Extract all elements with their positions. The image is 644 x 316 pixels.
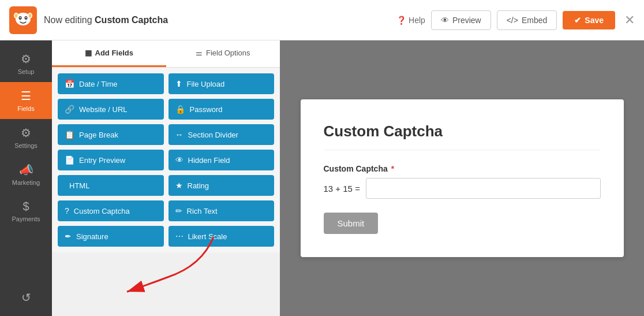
- sidebar-item-label: Setup: [18, 68, 35, 75]
- svg-point-5: [25, 17, 27, 18]
- captcha-equation: 13 + 15 =: [324, 184, 360, 194]
- embed-icon: </>: [507, 16, 518, 25]
- topbar-actions: ❓ Help 👁 Preview </> Embed ✔ Save ✕: [396, 10, 635, 30]
- field-btn-rating[interactable]: ★Rating: [169, 175, 275, 196]
- fields-tabs: ▦ Add Fields ⚌ Field Options: [52, 40, 280, 68]
- sidebar-item-label: Marketing: [12, 179, 40, 186]
- preview-icon: 👁: [441, 16, 449, 25]
- field-btn-file-upload[interactable]: ⬆File Upload: [169, 73, 275, 94]
- field-icon-signature: ✒: [65, 232, 72, 241]
- field-btn-website-url[interactable]: 🔗Website / URL: [58, 99, 164, 120]
- field-btn-rich-text[interactable]: ✏Rich Text: [169, 200, 275, 221]
- sidebar-item-label: Fields: [17, 105, 34, 112]
- form-preview-card: Custom Captcha Custom Captcha * 13 + 15 …: [301, 99, 624, 257]
- marketing-icon: 📣: [19, 163, 33, 177]
- captcha-field-label: Custom Captcha *: [324, 164, 601, 173]
- logo: [9, 6, 37, 34]
- field-btn-section-divider[interactable]: ↔Section Divider: [169, 124, 275, 145]
- field-icon-hidden-field: 👁: [175, 155, 184, 165]
- close-button[interactable]: ✕: [624, 13, 635, 28]
- sidebar: ⚙ Setup ☰ Fields ⚙ Settings 📣 Marketing …: [0, 40, 52, 316]
- field-icon-page-break: 📋: [65, 130, 74, 139]
- field-icon-website-url: 🔗: [65, 105, 74, 114]
- field-icon-section-divider: ↔: [175, 130, 184, 139]
- field-btn-password[interactable]: 🔒Password: [169, 99, 275, 120]
- payments-icon: $: [23, 200, 29, 213]
- field-btn-hidden-field[interactable]: 👁Hidden Field: [169, 150, 275, 170]
- sidebar-item-label: Payments: [12, 215, 40, 222]
- fields-icon: ☰: [21, 89, 31, 103]
- settings-icon: ⚙: [21, 126, 31, 140]
- sidebar-item-settings[interactable]: ⚙ Settings: [0, 119, 52, 156]
- main-layout: ⚙ Setup ☰ Fields ⚙ Settings 📣 Marketing …: [0, 40, 644, 316]
- field-icon-password: 🔒: [175, 105, 185, 114]
- undo-icon: ↺: [21, 291, 31, 304]
- help-button[interactable]: ❓ Help: [396, 16, 425, 25]
- add-fields-icon: ▦: [85, 49, 92, 57]
- field-btn-signature[interactable]: ✒Signature: [58, 226, 164, 247]
- preview-button[interactable]: 👁 Preview: [431, 10, 491, 30]
- field-icon-date-time: 📅: [65, 79, 74, 88]
- svg-point-4: [20, 17, 21, 18]
- field-btn-custom-captcha[interactable]: ?Custom Captcha: [58, 200, 164, 221]
- embed-button[interactable]: </> Embed: [497, 10, 557, 30]
- checkmark-icon: ✔: [574, 16, 581, 25]
- field-btn-html[interactable]: HTML: [58, 175, 164, 196]
- sidebar-item-payments[interactable]: $ Payments: [0, 193, 52, 229]
- field-btn-page-break[interactable]: 📋Page Break: [58, 124, 164, 145]
- field-icon-rich-text: ✏: [175, 206, 182, 215]
- svg-point-8: [15, 13, 18, 17]
- sidebar-item-fields[interactable]: ☰ Fields: [0, 82, 52, 119]
- fields-grid: 📅Date / Time⬆File Upload🔗Website / URL🔒P…: [52, 68, 280, 252]
- field-icon-custom-captcha: ?: [65, 206, 69, 215]
- sidebar-item-undo[interactable]: ↺: [0, 284, 52, 311]
- required-mark: *: [391, 164, 394, 173]
- field-btn-likert-scale[interactable]: ⋯Likert Scale: [169, 226, 275, 247]
- help-icon: ❓: [396, 16, 406, 25]
- preview-area: Custom Captcha Custom Captcha * 13 + 15 …: [280, 40, 644, 316]
- tab-add-fields[interactable]: ▦ Add Fields: [52, 40, 166, 67]
- sidebar-item-label: Settings: [14, 142, 38, 149]
- field-icon-rating: ★: [175, 181, 183, 190]
- field-icon-likert-scale: ⋯: [175, 232, 184, 241]
- field-icon-entry-preview: 📄: [65, 155, 74, 165]
- sidebar-item-marketing[interactable]: 📣 Marketing: [0, 156, 52, 193]
- editing-title: Now editing Custom Captcha: [44, 15, 390, 25]
- submit-button[interactable]: Submit: [324, 213, 379, 234]
- field-options-icon: ⚌: [196, 49, 203, 57]
- field-btn-date-time[interactable]: 📅Date / Time: [58, 73, 164, 94]
- tab-field-options[interactable]: ⚌ Field Options: [166, 40, 280, 67]
- topbar: Now editing Custom Captcha ❓ Help 👁 Prev…: [0, 0, 644, 40]
- svg-point-9: [29, 13, 32, 17]
- captcha-input[interactable]: [366, 178, 601, 199]
- captcha-row: 13 + 15 =: [324, 178, 601, 199]
- setup-icon: ⚙: [21, 52, 31, 66]
- sidebar-item-setup[interactable]: ⚙ Setup: [0, 45, 52, 82]
- field-icon-file-upload: ⬆: [175, 79, 182, 88]
- save-button[interactable]: ✔ Save: [563, 11, 615, 29]
- field-btn-entry-preview[interactable]: 📄Entry Preview: [58, 150, 164, 170]
- form-title: Custom Captcha: [324, 122, 601, 150]
- fields-panel: ▦ Add Fields ⚌ Field Options 📅Date / Tim…: [52, 40, 280, 252]
